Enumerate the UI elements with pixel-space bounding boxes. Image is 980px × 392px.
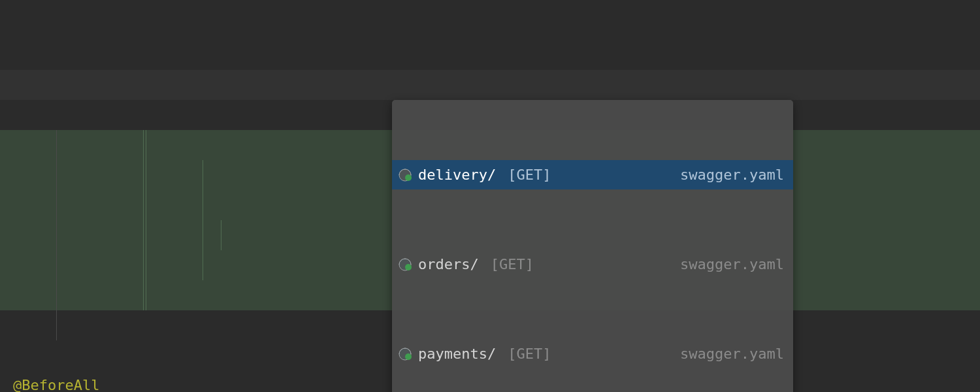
indent-guide	[56, 130, 57, 340]
string-indent-guide	[143, 130, 144, 310]
autocomplete-label: orders/	[418, 250, 479, 280]
autocomplete-item[interactable]: delivery/ [GET] swagger.yaml	[392, 160, 793, 189]
autocomplete-item[interactable]: payments/ [GET] swagger.yaml	[392, 339, 793, 368]
autocomplete-source: swagger.yaml	[680, 160, 784, 190]
svg-point-8	[405, 353, 412, 360]
autocomplete-source: swagger.yaml	[680, 339, 784, 369]
string-indent-guide	[203, 160, 203, 280]
svg-point-2	[405, 174, 412, 181]
autocomplete-item[interactable]: orders/ [GET] swagger.yaml	[392, 250, 793, 279]
endpoint-icon	[399, 169, 412, 182]
svg-point-5	[405, 264, 412, 270]
autocomplete-method: [GET]	[508, 160, 551, 190]
autocomplete-label: delivery/	[418, 160, 496, 190]
string-indent-guide	[146, 130, 146, 310]
string-indent-guide	[221, 220, 221, 250]
current-line-highlight	[0, 70, 980, 100]
autocomplete-method: [GET]	[508, 339, 551, 369]
annotation: @BeforeAll	[13, 377, 99, 392]
autocomplete-label: payments/	[418, 339, 496, 369]
code-editor[interactable]: @BeforeAll public static void setupStub(…	[0, 0, 980, 392]
autocomplete-source: swagger.yaml	[680, 250, 784, 280]
autocomplete-method: [GET]	[491, 250, 534, 280]
autocomplete-popup[interactable]: delivery/ [GET] swagger.yaml orders/ [GE…	[392, 100, 793, 392]
endpoint-icon	[399, 348, 412, 361]
endpoint-icon	[399, 258, 412, 271]
